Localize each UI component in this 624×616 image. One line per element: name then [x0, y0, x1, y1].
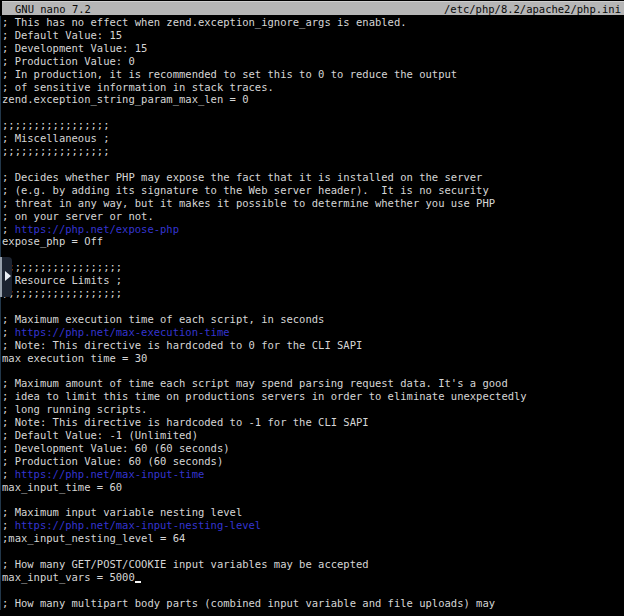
text-segment: ; Note: This directive is hardcoded to 0… — [2, 339, 362, 351]
terminal-line: ;;;;;;;;;;;;;;;;; — [1, 119, 624, 132]
terminal-line: ; Default Value: 15 — [1, 29, 624, 42]
text-cursor — [135, 573, 141, 584]
text-segment: ;;;;;;;;;;;;;;;;; — [2, 145, 109, 157]
terminal-line: ; Note: This directive is hardcoded to -… — [1, 416, 624, 429]
file-path-label: /etc/php/8.2/apache2/php.ini — [444, 2, 621, 15]
terminal-line: ; https://php.net/max-input-nesting-leve… — [1, 519, 624, 532]
nano-title-bar: GNU nano 7.2 /etc/php/8.2/apache2/php.in… — [2, 1, 624, 15]
text-segment: max_execution_time = 30 — [2, 352, 147, 364]
text-segment: ; How many GET/POST/COOKIE input variabl… — [2, 558, 369, 570]
text-segment: ; In production, it is recommended to se… — [2, 68, 457, 80]
text-segment: ; Maximum execution time of each script,… — [2, 313, 324, 325]
terminal-line: ; https://php.net/max-input-time — [1, 468, 624, 481]
terminal-line: ; Production Value: 0 — [1, 55, 624, 68]
text-segment: ; — [2, 326, 15, 338]
terminal-line: ; Decides whether PHP may expose the fac… — [1, 171, 624, 184]
terminal-line: ; on your server or not. — [1, 210, 624, 223]
terminal-line: ; long running scripts. — [1, 403, 624, 416]
text-segment: max_input_vars = 5000 — [2, 571, 135, 583]
terminal-line — [1, 494, 624, 507]
url-text: https://php.net/max-input-time — [15, 468, 205, 480]
text-segment: ; of sensitive information in stack trac… — [2, 81, 274, 93]
text-segment: ; long running scripts. — [2, 403, 147, 415]
terminal-line: ; Miscellaneous ; — [1, 132, 624, 145]
terminal-line — [1, 364, 624, 377]
text-segment: ; Development Value: 15 — [2, 42, 147, 54]
terminal-screen[interactable]: ; This has no effect when zend.exception… — [0, 16, 624, 610]
terminal-line: ;;;;;;;;;;;;;;;;;;; — [1, 287, 624, 300]
text-segment: ; Note: This directive is hardcoded to -… — [2, 416, 369, 428]
terminal-line: ; Development Value: 15 — [1, 42, 624, 55]
text-segment: ; — [2, 519, 15, 531]
text-segment: ; on your server or not. — [2, 210, 154, 222]
text-segment: ; This has no effect when zend.exception… — [2, 16, 407, 28]
terminal-line — [1, 545, 624, 558]
text-segment: ;;;;;;;;;;;;;;;;; — [2, 119, 109, 131]
terminal-line: ; In production, it is recommended to se… — [1, 68, 624, 81]
text-segment: ; — [2, 468, 15, 480]
text-segment: ;;;;;;;;;;;;;;;;;;; — [2, 261, 122, 273]
terminal-line — [1, 584, 624, 597]
url-text: https://php.net/max-input-nesting-level — [15, 519, 262, 531]
text-segment: ;;;;;;;;;;;;;;;;;;; — [2, 287, 122, 299]
terminal-line: ; Note: This directive is hardcoded to 0… — [1, 339, 624, 352]
nano-editor-window[interactable]: GNU nano 7.2 /etc/php/8.2/apache2/php.in… — [0, 0, 624, 616]
text-segment: ; Development Value: 60 (60 seconds) — [2, 442, 230, 454]
terminal-line: ; Maximum execution time of each script,… — [1, 313, 624, 326]
text-segment: ; Maximum input variable nesting level — [2, 506, 242, 518]
terminal-line: ; Maximum input variable nesting level — [1, 506, 624, 519]
text-segment: ; — [2, 223, 15, 235]
text-segment: ; Default Value: -1 (Unlimited) — [2, 429, 198, 441]
text-segment: max_input_time = 60 — [2, 481, 122, 493]
terminal-line: ;max_input_nesting_level = 64 — [1, 532, 624, 545]
terminal-line: expose_php = Off — [1, 235, 624, 248]
terminal-line: ; https://php.net/max-execution-time — [1, 326, 624, 339]
terminal-line: ; https://php.net/expose-php — [1, 223, 624, 236]
text-segment: ; Production Value: 0 — [2, 55, 135, 67]
text-segment: ; Miscellaneous ; — [2, 132, 109, 144]
terminal-line — [1, 248, 624, 261]
text-segment: ; idea to limit this time on productions… — [2, 390, 527, 402]
text-segment: ; Resource Limits ; — [2, 274, 122, 286]
terminal-line — [1, 106, 624, 119]
text-segment: ; Production Value: 60 (60 seconds) — [2, 455, 223, 467]
text-segment: ; Maximum amount of time each script may… — [2, 377, 508, 389]
terminal-line: ; Resource Limits ; — [1, 274, 624, 287]
text-segment: ;max_input_nesting_level = 64 — [2, 532, 185, 544]
terminal-line — [1, 158, 624, 171]
terminal-line — [1, 300, 624, 313]
terminal-line: ; idea to limit this time on productions… — [1, 390, 624, 403]
text-segment: ; Decides whether PHP may expose the fac… — [2, 171, 482, 183]
text-segment: ; (e.g. by adding its signature to the W… — [2, 184, 489, 196]
url-text: https://php.net/max-execution-time — [15, 326, 230, 338]
terminal-line: ; Production Value: 60 (60 seconds) — [1, 455, 624, 468]
text-segment: ; threat in any way, but it makes it pos… — [2, 197, 495, 209]
text-segment: ; Default Value: 15 — [2, 29, 122, 41]
terminal-line: ; (e.g. by adding its signature to the W… — [1, 184, 624, 197]
terminal-line: ;;;;;;;;;;;;;;;;; — [1, 145, 624, 158]
text-segment: ; How many multipart body parts (combine… — [2, 597, 495, 609]
terminal-line: max_input_vars = 5000 — [1, 571, 624, 584]
text-segment: expose_php = Off — [2, 235, 103, 247]
text-segment: zend.exception_string_param_max_len = 0 — [2, 93, 249, 105]
app-version-label: GNU nano 7.2 — [15, 2, 91, 15]
terminal-line: ; Development Value: 60 (60 seconds) — [1, 442, 624, 455]
terminal-line: ; How many GET/POST/COOKIE input variabl… — [1, 558, 624, 571]
terminal-line: max_execution_time = 30 — [1, 352, 624, 365]
terminal-line: ; Maximum amount of time each script may… — [1, 377, 624, 390]
terminal-line: ;;;;;;;;;;;;;;;;;;; — [1, 261, 624, 274]
url-text: https://php.net/expose-php — [15, 223, 179, 235]
terminal-line: max_input_time = 60 — [1, 481, 624, 494]
terminal-line: zend.exception_string_param_max_len = 0 — [1, 93, 624, 106]
terminal-line: ; of sensitive information in stack trac… — [1, 81, 624, 94]
terminal-line: ; Default Value: -1 (Unlimited) — [1, 429, 624, 442]
scroll-position-marker — [0, 257, 12, 297]
terminal-line: ; This has no effect when zend.exception… — [1, 16, 624, 29]
terminal-line: ; How many multipart body parts (combine… — [1, 597, 624, 610]
play-triangle-icon — [5, 271, 11, 281]
terminal-line: ; threat in any way, but it makes it pos… — [1, 197, 624, 210]
